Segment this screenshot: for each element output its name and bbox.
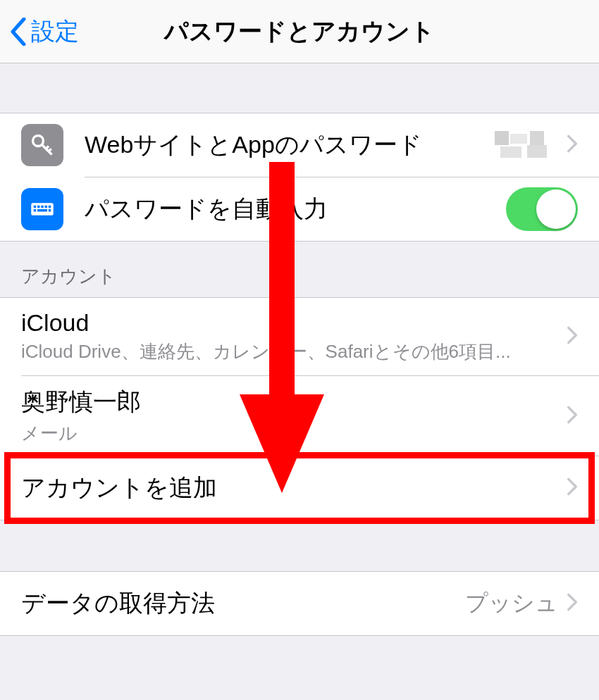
key-icon [21,124,63,166]
accounts-section-header: アカウント [0,242,599,297]
svg-rect-9 [49,206,51,208]
chevron-right-icon [567,477,578,499]
account-title: iCloud [21,309,558,337]
svg-line-3 [46,146,49,149]
chevron-right-icon [567,134,578,156]
autofill-toggle[interactable] [506,187,578,231]
autofill-passwords-row: パスワードを自動入力 [0,177,599,241]
page-title: パスワードとアカウント [0,15,599,48]
chevron-right-icon [567,405,578,427]
svg-rect-12 [49,209,51,212]
svg-line-2 [49,149,51,151]
account-subtitle: メール [21,421,558,446]
accounts-group: iCloud iCloud Drive、連絡先、カレンダー、Safariとその他… [0,297,599,520]
svg-rect-5 [34,206,37,208]
fetch-new-data-row[interactable]: データの取得方法 プッシュ [0,572,599,635]
website-app-passwords-row[interactable]: WebサイトとAppのパスワード [0,113,599,177]
svg-rect-10 [34,209,37,212]
fetch-value: プッシュ [465,588,558,619]
back-label: 設定 [31,15,79,48]
svg-rect-8 [45,206,48,208]
chevron-left-icon [10,18,27,46]
chevron-right-icon [567,592,578,615]
account-subtitle: iCloud Drive、連絡先、カレンダー、Safariとその他6項目... [21,339,558,364]
svg-rect-6 [37,206,40,208]
fetch-group: データの取得方法 プッシュ [0,571,599,636]
fetch-label: データの取得方法 [21,587,457,620]
add-account-row[interactable]: アカウントを追加 [0,456,599,520]
account-row-user[interactable]: 奥野慎一郎 メール [0,376,599,456]
account-row-icloud[interactable]: iCloud iCloud Drive、連絡先、カレンダー、Safariとその他… [0,298,599,375]
back-button[interactable]: 設定 [0,15,79,48]
add-account-label: アカウントを追加 [21,472,558,504]
passwords-group: WebサイトとAppのパスワード パスワードを自動入力 [0,113,599,242]
svg-rect-11 [37,209,47,212]
svg-rect-7 [41,206,44,208]
chevron-right-icon [567,325,578,348]
account-title: 奥野慎一郎 [21,386,558,418]
obscured-value [495,131,558,159]
keyboard-icon [21,188,63,230]
autofill-passwords-label: パスワードを自動入力 [85,193,506,225]
navbar: 設定 パスワードとアカウント [0,0,599,63]
website-app-passwords-label: WebサイトとAppのパスワード [85,129,495,161]
